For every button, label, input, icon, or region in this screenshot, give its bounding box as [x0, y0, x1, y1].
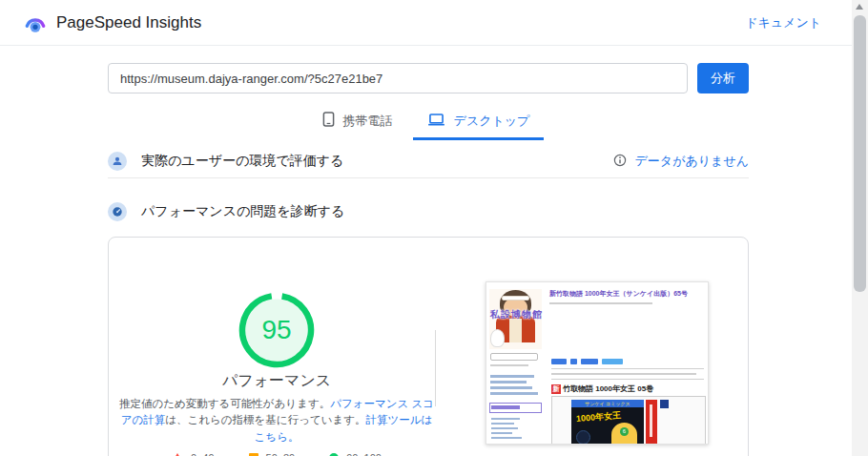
cover-corner-mark [660, 400, 669, 408]
text-line [491, 432, 512, 434]
legend-good-range: 90–100 [346, 452, 382, 456]
performance-label: パフォーマンス [222, 371, 331, 390]
diagnose-section: パフォーマンスの問題を診断する [108, 196, 749, 228]
legend-poor-range: 0–49 [191, 452, 214, 456]
diagnose-title: パフォーマンスの問題を診断する [141, 203, 344, 220]
text-line [490, 392, 538, 395]
text-line [490, 386, 532, 389]
info-icon [613, 154, 627, 170]
documentation-link[interactable]: ドキュメント [745, 14, 821, 31]
tab-mobile-label: 携帯電話 [343, 113, 393, 130]
score-legend: 0–49 50–89 90–100 [172, 452, 382, 456]
app-title: PageSpeed Insights [56, 13, 201, 32]
page-scrollbar[interactable] [852, 0, 868, 456]
tab-mobile[interactable]: 携帯電話 [308, 105, 407, 140]
site-post-title: 新竹取物語 1000年女王（サンケイ出版）65号 [549, 289, 706, 298]
section-divider [108, 177, 749, 178]
site-screenshot-thumbnail: 私設博物館 新竹取物語 1000年女王（サンケイ出版）65号 [486, 281, 709, 445]
site-logo-text: 私設博物館 [490, 308, 548, 321]
field-data-title: 実際のユーザーの環境で評価する [141, 153, 343, 170]
text-line [490, 364, 528, 366]
comic-cover-frame: サンケイ コミックス 1000年女王 6 [551, 396, 706, 445]
social-share-buttons [551, 359, 623, 364]
text-line [491, 427, 518, 429]
text-line [490, 381, 527, 383]
article-heading-text: 竹取物語 1000年女王 05巻 [563, 383, 653, 394]
text-line [491, 418, 520, 420]
mobile-phone-icon [322, 111, 335, 131]
performance-score-value: 95 [238, 292, 315, 368]
legend-average-range: 50–89 [266, 452, 296, 456]
sidebar-menu-box [489, 403, 542, 413]
new-badge: 新 [551, 384, 561, 394]
divider-line [551, 379, 704, 380]
legend-good: 90–100 [329, 452, 382, 456]
performance-note: 推定値のため変動する可能性があります。パフォーマンス スコアの計算は、これらの指… [117, 396, 436, 446]
performance-gauge: 95 [238, 292, 315, 368]
device-tabs: 携帯電話 デスクトップ [0, 105, 852, 140]
legend-average: 50–89 [249, 452, 296, 456]
article-heading: 新 竹取物語 1000年女王 05巻 [551, 383, 653, 394]
url-analyze-row: 分析 [108, 63, 749, 93]
cover-series-text: サンケイ コミックス [571, 400, 644, 407]
site-search-box [490, 353, 538, 361]
tab-desktop-label: デスクトップ [454, 113, 530, 130]
pagespeed-logo-icon [23, 10, 48, 35]
desktop-icon [427, 113, 445, 130]
note-text: 推定値のため変動する可能性があります。 [119, 398, 330, 409]
field-data-section: 実際のユーザーの環境で評価する データがありません [108, 145, 749, 177]
performance-report-card: 95 パフォーマンス 推定値のため変動する可能性があります。パフォーマンス スコ… [108, 237, 749, 456]
text-line [491, 423, 514, 425]
diagnose-gauge-icon [108, 202, 127, 221]
text-line [551, 373, 696, 375]
comic-cover-image: サンケイ コミックス 1000年女王 6 [571, 400, 644, 445]
performance-score-column: 95 パフォーマンス 推定値のため変動する可能性があります。パフォーマンス スコ… [116, 292, 437, 456]
url-input[interactable] [108, 63, 688, 93]
scroll-up-arrow[interactable] [856, 4, 863, 10]
app-header: PageSpeed Insights ドキュメント [0, 0, 852, 46]
cover-title-text: 1000年女王 [576, 409, 622, 425]
comic-spine [646, 400, 657, 445]
note-mid-text: は、これらの指標を基に行っています。 [165, 414, 365, 425]
card-vertical-divider [435, 330, 436, 406]
scrollbar-thumb[interactable] [854, 15, 866, 292]
legend-poor: 0–49 [172, 452, 214, 456]
analyze-button[interactable]: 分析 [697, 63, 749, 93]
text-line [490, 375, 534, 378]
no-data-label: データがありません [635, 153, 749, 170]
real-users-icon [108, 152, 127, 171]
no-data-link[interactable]: データがありません [613, 153, 749, 170]
tab-desktop[interactable]: デスクトップ [413, 105, 545, 140]
text-line [549, 302, 652, 304]
pagespeed-insights-page: PageSpeed Insights ドキュメント 分析 携帯電話 [0, 0, 868, 456]
cover-volume-badge: 6 [620, 427, 629, 436]
divider-line [551, 368, 704, 369]
text-line [491, 437, 522, 439]
